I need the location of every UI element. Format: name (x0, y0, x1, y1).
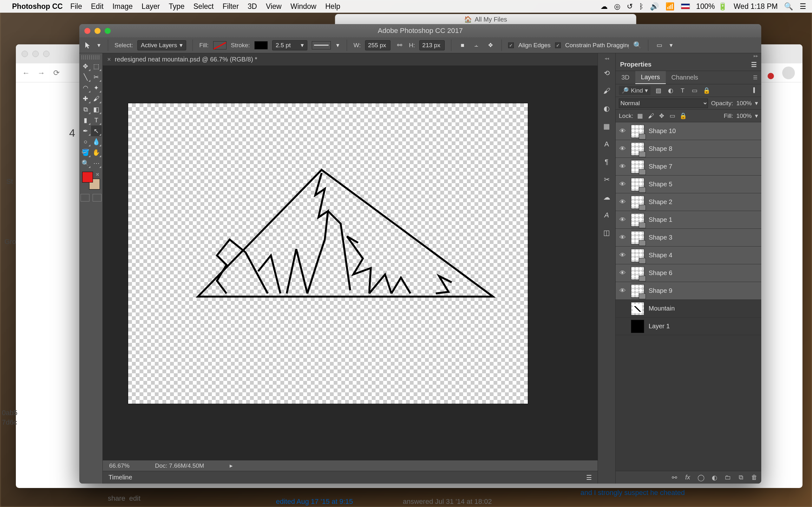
visibility-toggle[interactable]: 👁 (619, 234, 626, 241)
cloud-sync-icon[interactable]: ☁ (600, 2, 608, 11)
lasso-tool[interactable]: ◠ (80, 82, 91, 93)
layer-row[interactable]: 👁Shape 10 (616, 122, 761, 140)
menu-file[interactable]: File (70, 2, 82, 11)
doc-size[interactable]: Doc: 7.66M/4.50M (155, 462, 204, 469)
back-icon[interactable]: ← (21, 68, 31, 77)
layer-row[interactable]: 👁Shape 4 (616, 246, 761, 264)
time-machine-icon[interactable]: ↺ (627, 2, 633, 11)
fill-value[interactable]: 100% (736, 112, 752, 119)
notification-center-icon[interactable]: ☰ (800, 2, 806, 11)
layer-name[interactable]: Shape 2 (649, 199, 672, 206)
more-tools[interactable]: ⋯ (91, 158, 102, 169)
layer-thumbnail[interactable] (631, 195, 644, 209)
layer-row[interactable]: 👁Shape 9 (616, 282, 761, 300)
tab-channels[interactable]: Channels (666, 71, 704, 84)
group-icon[interactable]: 🗀 (724, 474, 731, 481)
lock-transparency-icon[interactable]: ▦ (636, 112, 644, 120)
visibility-toggle[interactable]: 👁 (619, 199, 626, 206)
menu-type[interactable]: Type (169, 2, 185, 11)
direct-select-tool[interactable]: ↖ (91, 125, 102, 136)
bucket-tool[interactable]: 🪣 (80, 147, 91, 158)
link-layers-icon[interactable]: ⚯ (670, 474, 678, 481)
actions-icon[interactable]: ✂ (601, 174, 612, 185)
filter-smart-icon[interactable]: 🔒 (703, 87, 711, 95)
path-align-icon[interactable]: ⫠ (472, 41, 481, 50)
menu-help[interactable]: Help (325, 2, 340, 11)
zoom-button[interactable] (105, 28, 111, 34)
layer-thumbnail[interactable] (631, 267, 644, 280)
brush-tool[interactable]: 🖌 (91, 93, 102, 104)
quick-select-tool[interactable]: ✦ (91, 82, 102, 93)
layer-row[interactable]: Mountain (616, 300, 761, 318)
status-menu-icon[interactable]: ▸ (230, 462, 233, 469)
opacity-dropdown-icon[interactable]: ▾ (755, 100, 758, 107)
libraries-icon[interactable]: ☁ (601, 192, 612, 203)
layer-thumbnail[interactable] (631, 249, 644, 262)
artboard-tool[interactable]: ⬚ (91, 61, 102, 72)
brushes-icon[interactable]: 🖌 (601, 86, 612, 96)
expand-panels-icon[interactable]: ◂◂ (598, 56, 615, 61)
search-icon[interactable]: 🔍 (633, 41, 642, 49)
visibility-toggle[interactable]: 👁 (619, 216, 626, 224)
lock-artboard-icon[interactable]: ▭ (669, 112, 676, 120)
panel-menu-icon[interactable]: ☰ (749, 71, 761, 84)
quickmask-toggle[interactable] (81, 194, 90, 202)
layer-row[interactable]: Layer 1 (616, 318, 761, 335)
layer-name[interactable]: Shape 7 (649, 163, 672, 170)
input-flag[interactable] (681, 3, 690, 9)
adjustments-icon[interactable]: ◐ (601, 103, 612, 114)
visibility-toggle[interactable]: 👁 (619, 251, 626, 259)
cc-icon[interactable]: ◎ (614, 2, 620, 11)
blend-mode-select[interactable]: Normal (619, 99, 708, 108)
layer-row[interactable]: 👁Shape 5 (616, 176, 761, 193)
layer-thumbnail[interactable] (631, 320, 644, 333)
new-layer-icon[interactable]: ⧉ (737, 474, 745, 481)
menu-filter[interactable]: Filter (223, 2, 239, 11)
fx-icon[interactable]: fx (684, 474, 692, 481)
stroke-width-input[interactable]: 2.5 pt▾ (272, 40, 308, 50)
forward-icon[interactable]: → (37, 68, 46, 77)
layer-thumbnail[interactable] (631, 142, 644, 156)
visibility-toggle[interactable] (619, 305, 626, 313)
lock-all-icon[interactable]: 🔒 (679, 112, 687, 120)
layer-name[interactable]: Shape 3 (649, 234, 672, 241)
screenmode-toggle[interactable] (93, 194, 101, 202)
reload-icon[interactable]: ⟳ (52, 68, 61, 77)
layer-name[interactable]: Shape 6 (649, 269, 672, 277)
tab-layers[interactable]: Layers (635, 71, 666, 84)
height-input[interactable] (419, 40, 445, 50)
filter-shape-icon[interactable]: ▭ (691, 87, 699, 95)
menu-window[interactable]: Window (291, 2, 316, 11)
gradient-tool[interactable]: ▮ (80, 115, 91, 125)
line-tool-icon[interactable]: ╲ (80, 72, 91, 82)
visibility-toggle[interactable]: 👁 (619, 287, 626, 295)
menu-image[interactable]: Image (112, 2, 133, 11)
layer-thumbnail[interactable] (631, 160, 644, 173)
select-mode-dropdown[interactable]: Active Layers▾ (137, 40, 186, 50)
layer-name[interactable]: Shape 5 (649, 181, 672, 188)
type-tool[interactable]: T (91, 115, 102, 125)
stroke-style-dropdown[interactable] (312, 41, 331, 49)
layers-list[interactable]: 👁Shape 10👁Shape 8👁Shape 7👁Shape 5👁Shape … (616, 122, 761, 471)
layer-row[interactable]: 👁Shape 8 (616, 140, 761, 158)
clock[interactable]: Wed 1:18 PM (734, 2, 778, 11)
timeline-panel[interactable]: Timeline ☰ (103, 471, 598, 484)
glyphs-icon[interactable]: A (601, 210, 612, 221)
pen-tool[interactable]: ✒ (80, 125, 91, 136)
shape-tool[interactable]: ○ (80, 136, 91, 147)
path-select-icon[interactable] (83, 41, 92, 50)
character-icon[interactable]: A (601, 139, 612, 150)
clone-tool[interactable]: ⧉ (80, 104, 91, 115)
healing-tool[interactable]: ✚ (80, 93, 91, 104)
crop-tool[interactable]: ✂ (91, 72, 102, 82)
layer-name[interactable]: Shape 4 (649, 251, 672, 259)
layer-row[interactable]: 👁Shape 7 (616, 158, 761, 176)
filter-kind-dropdown[interactable]: 🔎 Kind ▾ (619, 86, 651, 95)
layer-name[interactable]: Mountain (649, 305, 675, 312)
app-name[interactable]: Photoshop CC (12, 2, 63, 11)
path-ops-icon[interactable]: ■ (458, 41, 467, 50)
mask-icon[interactable]: ◯ (697, 474, 705, 481)
menu-layer[interactable]: Layer (142, 2, 160, 11)
extension-badge[interactable] (768, 73, 774, 79)
eyedropper-tool[interactable]: 💧 (91, 136, 102, 147)
